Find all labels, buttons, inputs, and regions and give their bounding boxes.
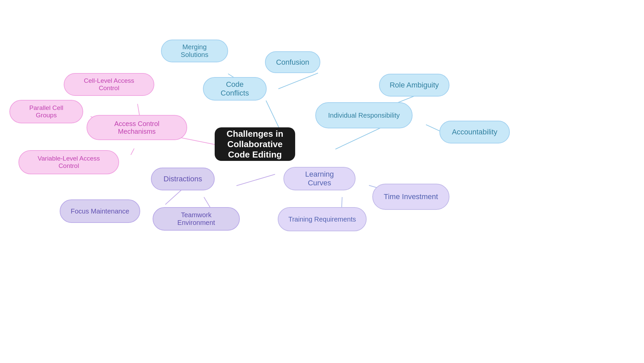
variable-level-node: Variable-Level Access Control	[18, 150, 119, 174]
parallel-cell-node: Parallel Cell Groups	[9, 100, 83, 123]
cell-level-node: Cell-Level Access Control	[64, 73, 154, 96]
confusion-node: Confusion	[265, 51, 320, 73]
time-investment-node: Time Investment	[372, 184, 449, 210]
svg-line-10	[236, 174, 275, 186]
teamwork-env-node: Teamwork Environment	[153, 207, 240, 231]
role-ambiguity-node: Role Ambiguity	[379, 74, 449, 97]
learning-curves-node: Learning Curves	[283, 167, 356, 190]
svg-line-2	[278, 73, 318, 89]
training-req-node: Training Requirements	[278, 207, 367, 231]
individual-resp-node: Individual Responsibility	[315, 102, 413, 128]
svg-line-6	[131, 148, 134, 155]
merging-solutions-node: Merging Solutions	[161, 40, 228, 62]
distractions-node: Distractions	[151, 168, 215, 190]
access-control-node: Access Control Mechanisms	[87, 115, 187, 140]
code-conflicts-node: Code Conflicts	[203, 77, 267, 101]
accountability-node: Accountability	[439, 121, 510, 143]
center-node: Challenges in Collaborative Code Editing	[215, 127, 295, 161]
focus-maintenance-node: Focus Maintenance	[60, 199, 140, 223]
